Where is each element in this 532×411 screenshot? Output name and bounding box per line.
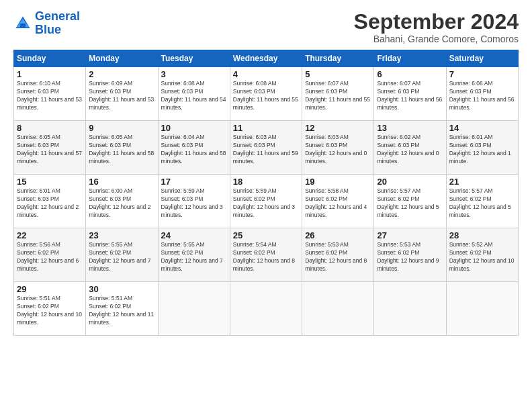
calendar-cell: 14 Sunrise: 6:01 AM Sunset: 6:03 PM Dayl… xyxy=(446,121,518,175)
day-number: 18 xyxy=(233,177,299,187)
col-saturday: Saturday xyxy=(446,50,518,67)
day-info: Sunrise: 6:05 AM Sunset: 6:03 PM Dayligh… xyxy=(89,134,154,166)
header-row: Sunday Monday Tuesday Wednesday Thursday… xyxy=(14,50,519,67)
calendar-week-1: 8 Sunrise: 6:05 AM Sunset: 6:03 PM Dayli… xyxy=(14,121,519,175)
day-number: 3 xyxy=(161,69,227,79)
day-info: Sunrise: 5:51 AM Sunset: 6:02 PM Dayligh… xyxy=(89,295,154,327)
day-number: 25 xyxy=(233,230,299,240)
day-number: 19 xyxy=(305,177,371,187)
calendar-cell: 17 Sunrise: 5:59 AM Sunset: 6:03 PM Dayl… xyxy=(158,175,230,228)
calendar-table: Sunday Monday Tuesday Wednesday Thursday… xyxy=(13,50,519,336)
col-friday: Friday xyxy=(374,50,446,67)
day-number: 24 xyxy=(161,230,227,240)
day-number: 11 xyxy=(233,123,299,133)
day-info: Sunrise: 6:07 AM Sunset: 6:03 PM Dayligh… xyxy=(305,80,371,112)
calendar-week-3: 22 Sunrise: 5:56 AM Sunset: 6:02 PM Dayl… xyxy=(14,228,519,282)
day-info: Sunrise: 6:03 AM Sunset: 6:03 PM Dayligh… xyxy=(233,134,299,166)
day-number: 26 xyxy=(305,230,371,240)
title-block: September 2024 Bahani, Grande Comore, Co… xyxy=(354,10,519,44)
day-number: 13 xyxy=(377,123,443,133)
calendar-cell: 20 Sunrise: 5:57 AM Sunset: 6:02 PM Dayl… xyxy=(374,175,446,228)
day-info: Sunrise: 6:10 AM Sunset: 6:03 PM Dayligh… xyxy=(17,80,83,112)
calendar-cell: 5 Sunrise: 6:07 AM Sunset: 6:03 PM Dayli… xyxy=(302,67,374,121)
day-number: 10 xyxy=(161,123,227,133)
day-number: 5 xyxy=(305,69,371,79)
day-info: Sunrise: 6:08 AM Sunset: 6:03 PM Dayligh… xyxy=(161,80,227,112)
logo-text: General Blue xyxy=(35,10,80,37)
calendar-cell: 12 Sunrise: 6:03 AM Sunset: 6:03 PM Dayl… xyxy=(302,121,374,175)
day-number: 8 xyxy=(17,123,83,133)
day-info: Sunrise: 5:57 AM Sunset: 6:02 PM Dayligh… xyxy=(449,187,515,220)
day-info: Sunrise: 5:57 AM Sunset: 6:02 PM Dayligh… xyxy=(377,187,443,220)
day-number: 27 xyxy=(377,230,443,240)
day-info: Sunrise: 6:01 AM Sunset: 6:03 PM Dayligh… xyxy=(17,187,83,220)
day-info: Sunrise: 5:51 AM Sunset: 6:02 PM Dayligh… xyxy=(17,295,83,327)
col-sunday: Sunday xyxy=(14,50,86,67)
calendar-cell: 2 Sunrise: 6:09 AM Sunset: 6:03 PM Dayli… xyxy=(86,67,158,121)
logo-blue: Blue xyxy=(35,23,61,36)
day-number: 28 xyxy=(449,230,515,240)
calendar-cell: 15 Sunrise: 6:01 AM Sunset: 6:03 PM Dayl… xyxy=(14,175,86,228)
calendar-cell xyxy=(446,282,518,336)
day-number: 4 xyxy=(233,69,299,79)
col-tuesday: Tuesday xyxy=(158,50,230,67)
day-number: 9 xyxy=(89,123,154,133)
calendar-cell: 4 Sunrise: 6:08 AM Sunset: 6:03 PM Dayli… xyxy=(230,67,302,121)
calendar-cell: 30 Sunrise: 5:51 AM Sunset: 6:02 PM Dayl… xyxy=(86,282,158,336)
col-wednesday: Wednesday xyxy=(230,50,302,67)
calendar-cell: 29 Sunrise: 5:51 AM Sunset: 6:02 PM Dayl… xyxy=(14,282,86,336)
calendar-cell: 19 Sunrise: 5:58 AM Sunset: 6:02 PM Dayl… xyxy=(302,175,374,228)
calendar-week-2: 15 Sunrise: 6:01 AM Sunset: 6:03 PM Dayl… xyxy=(14,175,519,228)
calendar-cell: 11 Sunrise: 6:03 AM Sunset: 6:03 PM Dayl… xyxy=(230,121,302,175)
calendar-cell: 8 Sunrise: 6:05 AM Sunset: 6:03 PM Dayli… xyxy=(14,121,86,175)
day-info: Sunrise: 5:53 AM Sunset: 6:02 PM Dayligh… xyxy=(377,241,443,273)
day-number: 2 xyxy=(89,69,154,79)
calendar-cell: 26 Sunrise: 5:53 AM Sunset: 6:02 PM Dayl… xyxy=(302,228,374,282)
day-info: Sunrise: 5:52 AM Sunset: 6:02 PM Dayligh… xyxy=(449,241,515,273)
day-number: 14 xyxy=(449,123,515,133)
day-info: Sunrise: 5:53 AM Sunset: 6:02 PM Dayligh… xyxy=(305,241,371,273)
day-info: Sunrise: 5:55 AM Sunset: 6:02 PM Dayligh… xyxy=(89,241,154,273)
calendar-cell: 6 Sunrise: 6:07 AM Sunset: 6:03 PM Dayli… xyxy=(374,67,446,121)
day-info: Sunrise: 5:56 AM Sunset: 6:02 PM Dayligh… xyxy=(17,241,83,273)
day-number: 23 xyxy=(89,230,154,240)
logo-general: General xyxy=(35,9,80,23)
day-info: Sunrise: 5:59 AM Sunset: 6:03 PM Dayligh… xyxy=(161,187,227,220)
calendar-cell: 9 Sunrise: 6:05 AM Sunset: 6:03 PM Dayli… xyxy=(86,121,158,175)
calendar-cell: 18 Sunrise: 5:59 AM Sunset: 6:02 PM Dayl… xyxy=(230,175,302,228)
header: General Blue September 2024 Bahani, Gran… xyxy=(13,10,519,44)
calendar-cell: 22 Sunrise: 5:56 AM Sunset: 6:02 PM Dayl… xyxy=(14,228,86,282)
day-info: Sunrise: 6:08 AM Sunset: 6:03 PM Dayligh… xyxy=(233,80,299,112)
calendar-cell: 1 Sunrise: 6:10 AM Sunset: 6:03 PM Dayli… xyxy=(14,67,86,121)
day-number: 6 xyxy=(377,69,443,79)
calendar-cell: 3 Sunrise: 6:08 AM Sunset: 6:03 PM Dayli… xyxy=(158,67,230,121)
day-number: 22 xyxy=(17,230,83,240)
day-number: 21 xyxy=(449,177,515,187)
calendar-cell: 21 Sunrise: 5:57 AM Sunset: 6:02 PM Dayl… xyxy=(446,175,518,228)
col-thursday: Thursday xyxy=(302,50,374,67)
logo: General Blue xyxy=(13,10,80,37)
calendar-cell xyxy=(374,282,446,336)
day-info: Sunrise: 6:02 AM Sunset: 6:03 PM Dayligh… xyxy=(377,134,443,166)
calendar-cell: 23 Sunrise: 5:55 AM Sunset: 6:02 PM Dayl… xyxy=(86,228,158,282)
svg-rect-2 xyxy=(20,24,26,28)
logo-icon xyxy=(13,14,32,33)
calendar-cell: 28 Sunrise: 5:52 AM Sunset: 6:02 PM Dayl… xyxy=(446,228,518,282)
day-number: 20 xyxy=(377,177,443,187)
day-number: 15 xyxy=(17,177,83,187)
day-info: Sunrise: 6:09 AM Sunset: 6:03 PM Dayligh… xyxy=(89,80,154,112)
calendar-cell xyxy=(158,282,230,336)
day-info: Sunrise: 5:55 AM Sunset: 6:02 PM Dayligh… xyxy=(161,241,227,273)
day-number: 1 xyxy=(17,69,83,79)
day-number: 7 xyxy=(449,69,515,79)
col-monday: Monday xyxy=(86,50,158,67)
calendar-cell: 27 Sunrise: 5:53 AM Sunset: 6:02 PM Dayl… xyxy=(374,228,446,282)
day-info: Sunrise: 5:59 AM Sunset: 6:02 PM Dayligh… xyxy=(233,187,299,220)
day-number: 16 xyxy=(89,177,154,187)
location-subtitle: Bahani, Grande Comore, Comoros xyxy=(354,34,519,44)
calendar-week-4: 29 Sunrise: 5:51 AM Sunset: 6:02 PM Dayl… xyxy=(14,282,519,336)
calendar-cell xyxy=(230,282,302,336)
day-info: Sunrise: 6:01 AM Sunset: 6:03 PM Dayligh… xyxy=(449,134,515,166)
day-info: Sunrise: 6:00 AM Sunset: 6:03 PM Dayligh… xyxy=(89,187,154,220)
day-info: Sunrise: 6:03 AM Sunset: 6:03 PM Dayligh… xyxy=(305,134,371,166)
